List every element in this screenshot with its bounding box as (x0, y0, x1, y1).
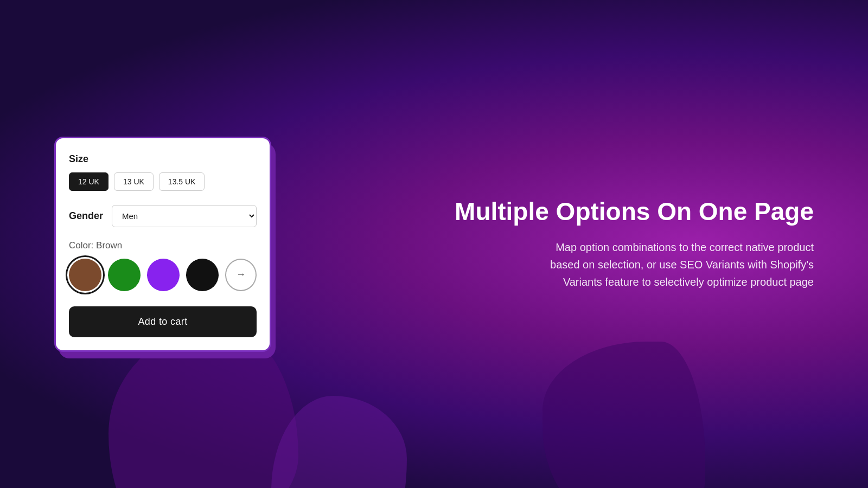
color-swatch-purple[interactable] (147, 259, 180, 291)
product-card-wrapper: Size 12 UK 13 UK 13.5 UK Gender Men Wome… (54, 137, 271, 352)
color-swatch-brown[interactable] (69, 259, 101, 291)
add-to-cart-button[interactable]: Add to cart (69, 306, 257, 337)
gender-section: Gender Men Women Unisex (69, 205, 257, 227)
product-card: Size 12 UK 13 UK 13.5 UK Gender Men Wome… (54, 137, 271, 352)
page-container: Size 12 UK 13 UK 13.5 UK Gender Men Wome… (0, 0, 868, 488)
size-btn-12uk[interactable]: 12 UK (69, 172, 108, 191)
color-swatch-green[interactable] (108, 259, 141, 291)
color-options: → (69, 259, 257, 291)
color-more-button[interactable]: → (225, 259, 257, 291)
info-section: Multiple Options On One Page Map option … (271, 197, 814, 291)
main-heading: Multiple Options On One Page (358, 197, 814, 226)
gender-select[interactable]: Men Women Unisex (112, 205, 257, 227)
color-label: Color: Brown (69, 240, 257, 251)
size-btn-13uk[interactable]: 13 UK (114, 172, 154, 191)
size-label: Size (69, 153, 257, 165)
gender-label: Gender (69, 210, 103, 222)
color-swatch-black[interactable] (186, 259, 219, 291)
size-options: 12 UK 13 UK 13.5 UK (69, 172, 257, 191)
description-text: Map option combinations to the correct n… (542, 239, 814, 291)
size-btn-135uk[interactable]: 13.5 UK (159, 172, 205, 191)
arrow-right-icon: → (236, 269, 246, 280)
